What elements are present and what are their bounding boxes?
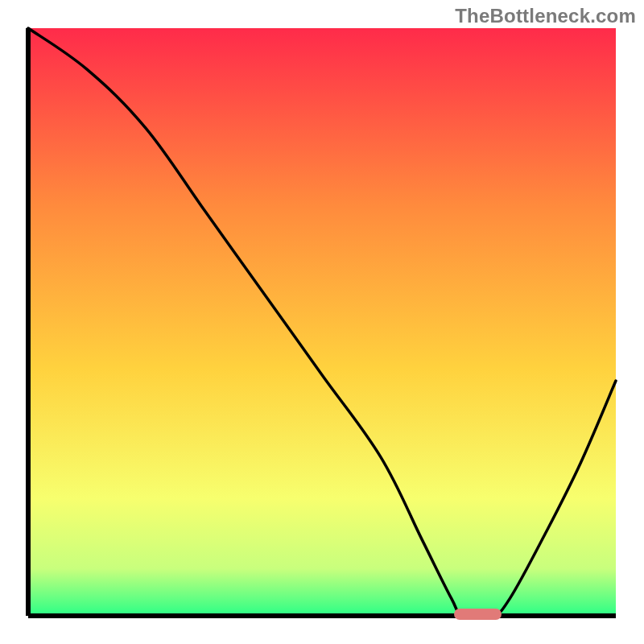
chart-stage: TheBottleneck.com xyxy=(0,0,644,644)
bottleneck-chart xyxy=(0,0,644,644)
plot-background xyxy=(28,28,616,616)
trough-marker xyxy=(454,609,501,620)
watermark-label: TheBottleneck.com xyxy=(455,5,636,27)
